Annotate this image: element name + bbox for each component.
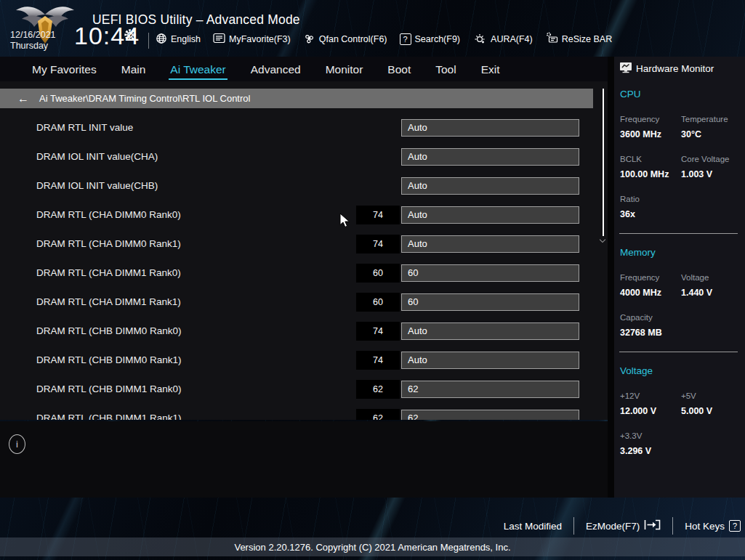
value-select[interactable]: Auto [401,119,579,137]
cpu-temperature-value: 30°C [681,129,701,139]
current-value-box: 62 [356,409,400,420]
value-select[interactable]: Auto [401,322,579,340]
hardware-monitor-title: Hardware Monitor [636,63,714,74]
capacity-value: 32768 MB [620,328,662,338]
value-select[interactable]: 60 [401,264,579,282]
aura-button[interactable]: AURA(F4) [472,33,533,46]
search-button[interactable]: ? Search(F9) [400,33,461,45]
last-modified-button[interactable]: Last Modified [504,521,562,532]
qfan-control-button[interactable]: Qfan Control(F6) [303,33,387,46]
setting-label: DRAM RTL (CHA DIMM1 Rank1) [36,293,181,312]
setting-row: DRAM IOL INIT value(CHB) Auto [0,176,608,195]
setting-label: DRAM RTL INIT value [36,118,133,137]
value-select[interactable]: 62 [401,381,579,398]
globe-icon [156,33,167,46]
last-modified-label: Last Modified [504,521,562,532]
back-arrow-icon[interactable]: ← [17,93,29,105]
bclk-label: BCLK [620,155,642,163]
setting-row: DRAM RTL (CHB DIMM1 Rank1) 62 62 [0,409,608,420]
search-label: Search(F9) [415,34,461,44]
setting-label: DRAM IOL INIT value(CHA) [36,147,158,166]
cpu-frequency-label: Frequency [620,115,659,123]
value-select[interactable]: 60 [401,293,579,311]
help-info-panel: i [0,421,608,498]
current-value-box: 74 [356,351,400,370]
help-question-icon: ? [729,520,741,532]
setting-label: DRAM RTL (CHB DIMM1 Rank1) [36,409,182,420]
tab-tool[interactable]: Tool [434,59,457,80]
tab-main[interactable]: Main [120,59,148,80]
memory-frequency-label: Frequency [620,273,659,282]
scrollbar[interactable] [603,89,604,236]
hardware-monitor-header: Hardware Monitor [619,62,714,76]
footer-controls: Last Modified EzMode(F7) Hot Keys ? [504,516,741,535]
cpu-temperature-label: Temperature [681,115,728,123]
footer-divider [672,517,673,535]
section-divider [619,233,738,234]
tab-monitor[interactable]: Monitor [324,59,365,80]
setting-label: DRAM IOL INIT value(CHB) [36,176,158,195]
footer-divider [573,517,574,535]
p12v-value: 12.000 V [620,406,656,416]
value-select[interactable]: Auto [401,235,579,253]
myfavorite-button[interactable]: MyFavorite(F3) [213,33,291,46]
memory-frequency-value: 4000 MHz [620,288,661,298]
weekday-text: Thursday [10,41,56,52]
tab-my-favorites[interactable]: My Favorites [31,59,98,80]
ezmode-button[interactable]: EzMode(F7) [586,519,661,532]
question-box-icon: ? [400,33,411,45]
setting-row: DRAM IOL INIT value(CHA) Auto [0,147,608,166]
resize-bar-label: ReSize BAR [562,34,612,44]
value-select[interactable]: Auto [401,206,579,224]
setting-row: DRAM RTL (CHA DIMM0 Rank1) 74 Auto [0,235,608,253]
qfan-control-label: Qfan Control(F6) [319,34,387,44]
version-text: Version 2.20.1276. Copyright (C) 2021 Am… [234,542,510,553]
tab-boot[interactable]: Boot [386,59,412,80]
value-select[interactable]: 62 [401,410,579,420]
hot-keys-button[interactable]: Hot Keys ? [685,520,741,532]
value-select[interactable]: Auto [401,148,579,166]
favorite-list-icon [213,33,225,46]
aura-label: AURA(F4) [491,34,533,44]
current-value-box: 60 [356,264,400,283]
tab-ai-tweaker[interactable]: Ai Tweaker [169,59,227,80]
tab-advanced[interactable]: Advanced [249,59,302,80]
setting-label: DRAM RTL (CHA DIMM1 Rank0) [36,264,181,283]
cpu-frequency-value: 3600 MHz [620,129,661,139]
memory-voltage-value: 1.440 V [681,288,712,298]
current-value-box: 74 [356,322,400,341]
current-value-box: 62 [356,380,400,399]
panel-divider [608,57,614,498]
resize-bar-button[interactable]: ReSize BAR [545,32,612,46]
core-voltage-value: 1.003 V [681,169,712,179]
capacity-label: Capacity [620,313,653,322]
bios-screen: UEFI BIOS Utility – Advanced Mode 12/16/… [0,0,745,560]
value-select[interactable]: Auto [401,352,579,369]
value-select[interactable]: Auto [401,177,579,195]
cpu-section-title: CPU [620,89,641,100]
setting-label: DRAM RTL (CHB DIMM0 Rank1) [36,351,182,370]
setting-row: DRAM RTL (CHA DIMM1 Rank1) 60 60 [0,293,608,312]
info-circle-icon: i [9,434,25,454]
bclk-value: 100.00 MHz [620,169,669,179]
time-settings-gear-icon[interactable] [124,28,137,44]
p5v-value: 5.000 V [681,406,712,416]
date-display: 12/16/2021 Thursday [10,30,56,52]
breadcrumb-path: Ai Tweaker\DRAM Timing Control\RTL IOL C… [39,93,250,104]
nav-tab-bar: My Favorites Main Ai Tweaker Advanced Mo… [0,57,608,81]
setting-label: DRAM RTL (CHB DIMM0 Rank0) [36,322,182,341]
setting-row: DRAM RTL INIT value Auto [0,118,608,137]
p3v3-value: 3.296 V [620,446,651,456]
setting-label: DRAM RTL (CHA DIMM0 Rank0) [36,206,181,224]
header-toolbar: English MyFavorite(F3) Qfan Control(F6 [156,32,612,46]
core-voltage-label: Core Voltage [681,155,730,163]
tab-exit[interactable]: Exit [480,59,502,80]
setting-label: DRAM RTL (CHB DIMM1 Rank0) [36,380,182,399]
hot-keys-label: Hot Keys [685,521,725,532]
setting-row: DRAM RTL (CHB DIMM0 Rank1) 74 Auto [0,351,608,370]
language-button[interactable]: English [156,33,201,46]
aura-lamp-icon [472,33,487,46]
date-text: 12/16/2021 [10,30,56,41]
mouse-cursor [339,213,353,231]
header-divider [148,33,149,49]
